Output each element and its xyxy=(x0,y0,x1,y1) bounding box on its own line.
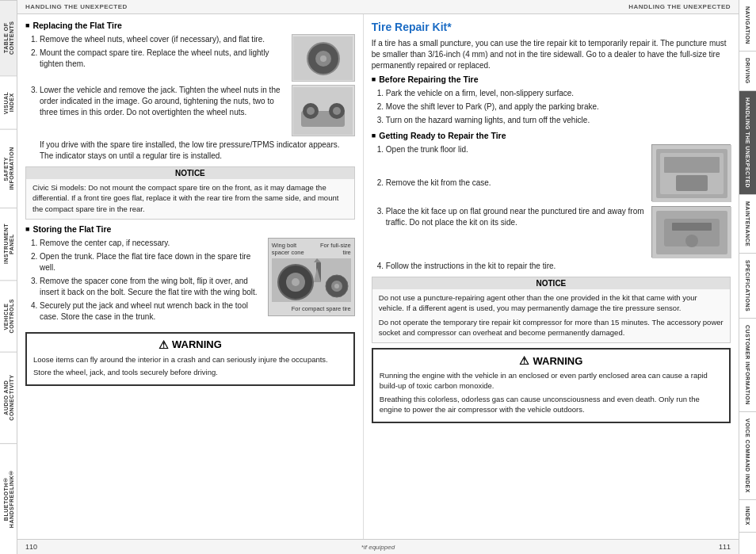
getting-ready-list-3: Follow the instructions in the kit to re… xyxy=(372,261,731,272)
ready-step-4: Follow the instructions in the kit to re… xyxy=(386,261,731,272)
left-page-number: 110 xyxy=(25,543,37,551)
right-page-number: 111 xyxy=(719,543,731,551)
replacing-flat-tire-heading: Replacing the Flat Tire xyxy=(25,21,355,30)
svg-rect-24 xyxy=(676,175,708,191)
sidebar-item-audio-connectivity[interactable]: AUDIO AND CONNECTIVITY xyxy=(0,352,17,443)
right-notice-box: NOTICE Do not use a puncture-repairing a… xyxy=(372,277,731,343)
warning-icon-left: ⚠ xyxy=(158,338,169,351)
svg-point-9 xyxy=(333,107,341,115)
compact-spare-label: For compact spare tire xyxy=(272,305,351,312)
tire-replacement-image-1 xyxy=(292,34,355,82)
replacing-section-content: Remove the wheel nuts, wheel cover (if n… xyxy=(25,34,355,85)
header-left: HANDLING THE UNEXPECTED xyxy=(25,3,128,10)
sidebar-item-customer-information[interactable]: CUSTOMER INFORMATION xyxy=(739,319,756,412)
right-notice-line-1: Do not use a puncture-repairing agent ot… xyxy=(379,292,724,314)
kit-placement-image xyxy=(651,206,731,258)
full-size-label: For full-size tire xyxy=(313,242,351,256)
left-warning-title: ⚠ WARNING xyxy=(33,338,347,351)
equipped-note: *if equipped xyxy=(361,544,395,551)
svg-point-8 xyxy=(307,107,315,115)
storing-section: Wing bolt spacer cone For full-size tire xyxy=(25,238,355,327)
page-header: HANDLING THE UNEXPECTED HANDLING THE UNE… xyxy=(17,0,739,14)
sidebar-item-index[interactable]: INDEX xyxy=(739,500,756,533)
sidebar-item-vehicle-controls[interactable]: VEHICLE CONTROLS xyxy=(0,280,17,352)
right-sidebar: NAVIGATION DRIVING HANDLING THE UNEXPECT… xyxy=(739,0,756,554)
before-step-2: Move the shift lever to Park (P), and ap… xyxy=(386,101,731,113)
svg-point-29 xyxy=(685,235,698,247)
sidebar-item-handling-unexpected[interactable]: HANDLING THE UNEXPECTED xyxy=(739,91,756,195)
sidebar-item-navigation[interactable]: NAVIGATION xyxy=(739,0,756,52)
sidebar-item-maintenance[interactable]: MAINTENANCE xyxy=(739,195,756,254)
main-content: HANDLING THE UNEXPECTED HANDLING THE UNE… xyxy=(17,0,739,554)
getting-ready-heading: Getting Ready to Repair the Tire xyxy=(372,131,731,140)
before-repairing-list: Park the vehicle on a firm, level, non-s… xyxy=(372,88,731,126)
right-warning-line-2: Breathing this colorless, odorless gas c… xyxy=(380,394,723,415)
replacing-step-4: If you drive with the spare tire install… xyxy=(40,139,355,162)
page-footer: 110 *if equipped 111 xyxy=(17,539,739,554)
right-notice-title: NOTICE xyxy=(372,277,730,289)
right-warning-box: ⚠ WARNING Running the engine with the ve… xyxy=(372,348,731,423)
svg-point-13 xyxy=(292,278,300,286)
sidebar-item-specifications[interactable]: SPECIFICATIONS xyxy=(739,254,756,319)
left-column: Replacing the Flat Tire Remove the wheel… xyxy=(17,14,364,539)
replacing-notice-title: NOTICE xyxy=(26,167,354,179)
svg-rect-28 xyxy=(672,223,712,231)
tire-diagram: Wing bolt spacer cone For full-size tire xyxy=(268,238,355,316)
left-sidebar: TABLE OF CONTENTS VISUAL INDEX SAFETY IN… xyxy=(0,0,17,554)
right-warning-title: ⚠ WARNING xyxy=(380,354,723,367)
sidebar-item-instrument-panel[interactable]: INSTRUMENT PANEL xyxy=(0,208,17,280)
sidebar-item-driving[interactable]: DRIVING xyxy=(739,52,756,91)
left-warning-line-2: Store the wheel, jack, and tools securel… xyxy=(33,367,347,377)
sidebar-item-voice-command[interactable]: VOICE COMMAND INDEX xyxy=(739,412,756,500)
replacing-section-content-2: Lower the vehicle and remove the jack. T… xyxy=(25,85,355,139)
right-notice-line-2: Do not operate the temporary tire repair… xyxy=(379,317,724,338)
wing-bolt-label: Wing bolt spacer cone xyxy=(272,242,310,256)
svg-rect-23 xyxy=(664,157,720,173)
right-column: Tire Repair Kit* If a tire has a small p… xyxy=(364,14,739,539)
getting-ready-content-2: Place the kit face up on flat ground nea… xyxy=(372,206,731,261)
svg-point-19 xyxy=(334,284,339,288)
content-columns: Replacing the Flat Tire Remove the wheel… xyxy=(17,14,739,539)
sidebar-item-safety-information[interactable]: SAFETY INFORMATION xyxy=(0,129,17,208)
before-step-1: Park the vehicle on a firm, level, non-s… xyxy=(386,88,731,99)
right-warning-line-1: Running the engine with the vehicle in a… xyxy=(380,370,723,392)
getting-ready-content: Open the trunk floor lid. Remove the kit… xyxy=(372,144,731,206)
warning-icon-right: ⚠ xyxy=(519,354,529,367)
trunk-lid-image xyxy=(651,144,731,201)
before-repairing-heading: Before Repairing the Tire xyxy=(372,75,731,84)
left-warning-box: ⚠ WARNING Loose items can fly around the… xyxy=(25,332,355,387)
sidebar-item-visual-index[interactable]: VISUAL INDEX xyxy=(0,75,17,129)
repair-intro: If a tire has a small puncture, you can … xyxy=(372,38,731,71)
replacing-notice-text: Civic Si models: Do not mount the compac… xyxy=(32,182,348,214)
tire-replacement-image-2 xyxy=(292,85,355,136)
replacing-notice-box: NOTICE Civic Si models: Do not mount the… xyxy=(25,166,355,220)
svg-point-3 xyxy=(320,55,326,62)
storing-flat-tire-heading: Storing the Flat Tire xyxy=(25,224,355,234)
sidebar-item-table-of-contents[interactable]: TABLE OF CONTENTS xyxy=(0,0,17,75)
repair-kit-title: Tire Repair Kit* xyxy=(372,21,731,33)
before-step-3: Turn on the hazard warning lights, and t… xyxy=(386,115,731,126)
header-right: HANDLING THE UNEXPECTED xyxy=(628,3,731,10)
left-warning-line-1: Loose items can fly around the interior … xyxy=(33,354,347,365)
sidebar-item-bluetooth[interactable]: BLUETOOTH® HANDSFREELINK® xyxy=(0,443,17,554)
